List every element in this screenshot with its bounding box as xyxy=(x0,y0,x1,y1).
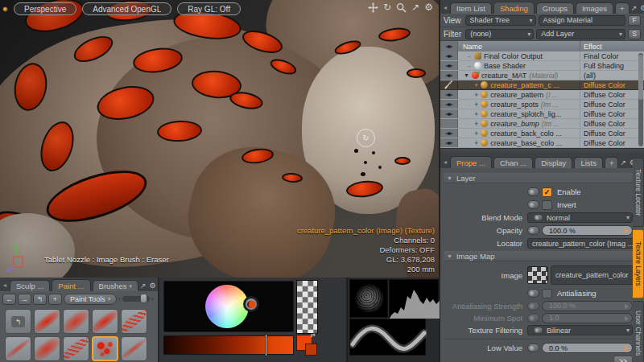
visibility-toggle[interactable] xyxy=(440,138,458,147)
channel-mini-button[interactable] xyxy=(527,200,539,209)
tab-properties[interactable]: Prope ... xyxy=(450,156,492,168)
forward-button[interactable]: → xyxy=(18,294,31,305)
tab-shading[interactable]: Shading xyxy=(493,2,535,14)
tree-scrollbar[interactable] xyxy=(638,53,643,146)
tab-scroll-left-icon[interactable]: ◂ xyxy=(444,4,447,11)
tree-plus-icon[interactable]: + xyxy=(474,91,478,99)
name-column-header[interactable]: Name xyxy=(458,41,580,51)
tree-row-creature-bump[interactable]: +creature_bump(Im ... Diffuse Color xyxy=(440,119,644,129)
collapse-arrow-icon[interactable]: ▼ xyxy=(464,72,469,78)
add-layer-dropdown[interactable]: Add Layer xyxy=(536,29,625,39)
detach-panel-icon[interactable]: ↗ xyxy=(140,282,147,290)
tree-row-creature-pattern-color-selected[interactable]: +creature_pattern_c ... Diffuse Color xyxy=(440,80,644,90)
tab-images[interactable]: Images xyxy=(576,2,613,14)
layer-effect[interactable]: Diffuse Color xyxy=(580,80,644,89)
tab-groups[interactable]: Groups xyxy=(536,2,574,14)
visibility-toggle[interactable] xyxy=(440,51,458,60)
value-gradient-bar[interactable] xyxy=(163,335,294,355)
vtab-texture-locator[interactable]: Texture Locator xyxy=(633,158,644,227)
effect-column-header[interactable]: Effect xyxy=(580,41,644,51)
gradient-marker[interactable] xyxy=(265,334,267,356)
tab-lists[interactable]: Lists xyxy=(574,157,603,168)
layer-effect[interactable]: Diffuse Color xyxy=(580,119,644,128)
layer-effect[interactable]: Final Color xyxy=(580,51,644,60)
add-tab-button[interactable]: + xyxy=(605,157,619,168)
texture-filtering-dropdown[interactable]: Bilinear xyxy=(527,325,633,335)
enable-checkbox[interactable]: ✓ xyxy=(542,187,552,197)
tree-row-creature-mat[interactable]: ▼creature_MAT(Material) (all) xyxy=(440,71,644,80)
low-value-slider[interactable]: 0.0 % xyxy=(542,343,633,353)
invert-checkbox[interactable] xyxy=(542,200,552,210)
detach-panel-icon[interactable]: ↗ xyxy=(631,4,638,12)
visibility-toggle[interactable] xyxy=(440,100,458,109)
thumbnail-size-slider[interactable] xyxy=(122,296,150,302)
tab-item-list[interactable]: Item List xyxy=(450,2,492,14)
s-button[interactable]: S xyxy=(628,29,641,39)
add-tab-button[interactable]: + xyxy=(615,2,630,14)
tree-row-creature-back-color[interactable]: +creature_back_colo ... Diffuse Color xyxy=(440,129,644,138)
layer-effect[interactable]: Diffuse Color xyxy=(580,138,644,147)
detach-panel-icon[interactable]: ↗ xyxy=(620,158,626,167)
brush-preset-tile[interactable] xyxy=(63,336,89,361)
viewport-settings-gear-icon[interactable]: ⚙ xyxy=(424,2,433,13)
viewport-menu-dot-icon[interactable] xyxy=(2,6,8,12)
more-options-button[interactable]: >> xyxy=(613,356,633,362)
paint-tools-dropdown[interactable]: Paint Tools▾ xyxy=(64,294,117,305)
tree-row-creature-spots[interactable]: +creature_spots(Im ... Diffuse Color xyxy=(440,100,644,109)
brush-preset-tile[interactable] xyxy=(63,309,89,334)
panel-gear-icon[interactable]: ⚙ xyxy=(149,282,155,290)
color-selector-ring[interactable] xyxy=(243,296,259,312)
perspective-button[interactable]: Perspective xyxy=(14,2,76,15)
vtab-texture-layers[interactable]: Texture Layers xyxy=(633,229,644,298)
brush-preset-tile[interactable] xyxy=(34,336,60,361)
tab-channels[interactable]: Chan ... xyxy=(493,157,533,168)
locator-dropdown[interactable]: creature_pattern_color (Imag ... xyxy=(527,238,644,249)
up-level-button[interactable]: ↰ xyxy=(33,294,47,305)
channel-mini-button[interactable] xyxy=(527,289,539,298)
opacity-slider[interactable]: 100.0 % xyxy=(542,225,633,236)
hue-wheel[interactable] xyxy=(205,285,249,328)
rotate-view-icon[interactable]: ↻ xyxy=(383,2,391,13)
3d-viewport[interactable]: Perspective Advanced OpenGL Ray GL: Off … xyxy=(0,0,439,278)
back-button[interactable]: ← xyxy=(2,294,16,305)
layer-effect[interactable]: Diffuse Color xyxy=(580,129,644,138)
tree-plus-icon[interactable]: + xyxy=(474,139,478,147)
brush-preset-tile[interactable] xyxy=(92,309,118,334)
preset-up-folder-tile[interactable]: ↰ xyxy=(5,309,31,334)
zoom-icon[interactable] xyxy=(396,2,407,13)
tree-plus-icon[interactable]: + xyxy=(474,130,478,138)
vtab-user-channels[interactable]: User Channels xyxy=(633,301,644,362)
tab-scroll-left-icon[interactable]: ◂ xyxy=(444,158,447,166)
panel-gear-icon[interactable]: ⚙ xyxy=(640,4,644,12)
channel-mini-button[interactable] xyxy=(527,226,539,235)
channel-mini-button[interactable] xyxy=(527,187,539,196)
antialiasing-checkbox[interactable] xyxy=(542,289,552,298)
visibility-toggle[interactable] xyxy=(440,129,458,138)
channel-mini-button[interactable] xyxy=(527,343,539,352)
brush-preset-tile[interactable] xyxy=(121,309,147,334)
visibility-toggle[interactable] xyxy=(440,90,458,99)
tree-row-final-color-output[interactable]: →Final Color Output Final Color xyxy=(440,51,644,61)
paint-target-toggle[interactable] xyxy=(440,80,458,89)
layer-effect[interactable]: Full Shading xyxy=(580,61,644,70)
layer-effect[interactable]: Diffuse Color xyxy=(580,90,644,99)
alpha-checker-swatch[interactable] xyxy=(296,280,318,334)
tab-display[interactable]: Display xyxy=(535,157,572,168)
visibility-toggle-off[interactable] xyxy=(440,119,458,128)
visibility-column-header[interactable] xyxy=(440,41,458,51)
blend-mode-dropdown[interactable]: Normal xyxy=(527,212,633,223)
filter-dropdown[interactable]: (none) xyxy=(465,29,534,39)
channel-mini-button[interactable] xyxy=(534,214,543,221)
tab-brushes[interactable]: Brushes▾ xyxy=(93,280,138,291)
add-preset-button[interactable]: + xyxy=(48,294,62,305)
tree-plus-icon[interactable]: + xyxy=(474,110,478,118)
tree-row-base-shader[interactable]: →Base Shader Full Shading xyxy=(440,61,644,71)
assign-material-button[interactable]: Assign Material xyxy=(539,15,626,26)
f-button[interactable]: F xyxy=(628,15,641,26)
layer-effect[interactable]: Diffuse Color xyxy=(580,100,644,109)
panel-splitter[interactable] xyxy=(440,148,644,154)
maximize-viewport-icon[interactable]: ↗ xyxy=(411,2,419,13)
image-map-section-header[interactable]: ▼Image Map xyxy=(444,251,633,261)
brush-preset-tile[interactable] xyxy=(5,336,31,361)
tree-plus-icon[interactable]: + xyxy=(474,101,478,109)
